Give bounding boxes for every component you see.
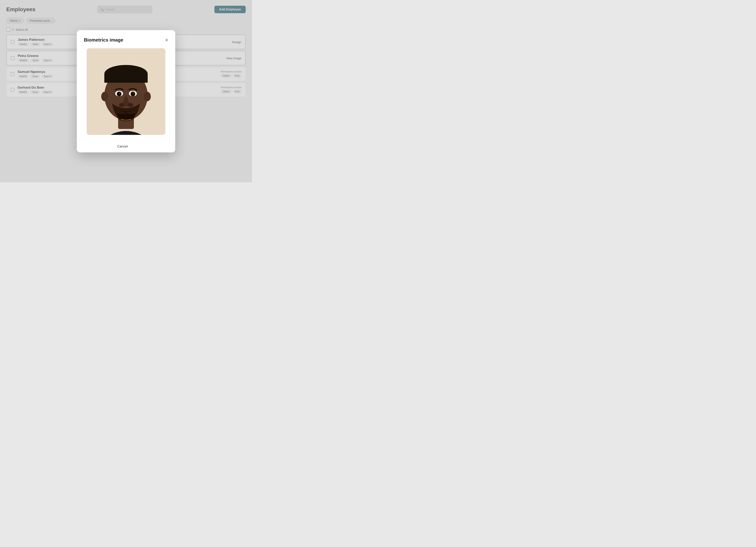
close-button[interactable]: × — [165, 37, 168, 43]
biometrics-modal: Biometrics image × — [77, 30, 175, 152]
svg-point-14 — [119, 103, 124, 107]
svg-point-13 — [133, 92, 134, 94]
modal-footer: Cancel — [73, 140, 172, 152]
biometric-photo — [87, 48, 165, 135]
modal-header: Biometrics image × — [84, 37, 168, 43]
svg-rect-5 — [104, 74, 148, 83]
modal-title: Biometrics image — [84, 37, 123, 43]
biometric-photo-container — [87, 48, 165, 135]
svg-point-11 — [131, 92, 135, 96]
svg-point-7 — [144, 92, 151, 101]
svg-point-15 — [128, 103, 133, 107]
svg-point-6 — [101, 92, 108, 101]
svg-point-10 — [117, 92, 121, 96]
modal-overlay: Biometrics image × — [0, 0, 252, 182]
svg-point-12 — [119, 92, 120, 94]
cancel-button[interactable]: Cancel — [117, 145, 128, 148]
